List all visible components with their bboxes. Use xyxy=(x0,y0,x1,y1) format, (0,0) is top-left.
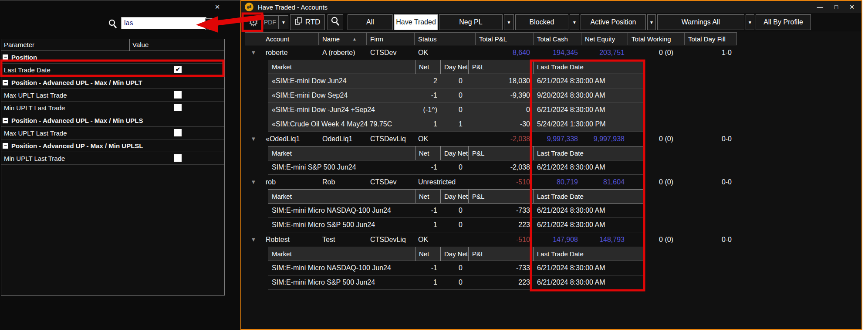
header-cell-total-working[interactable]: Total Working xyxy=(628,32,685,45)
position-row[interactable]: SIM:E-mini Micro NASDAQ-100 Jun24-10-733… xyxy=(245,261,737,275)
filter-dropdown-icon[interactable]: ▼ xyxy=(504,14,514,30)
last-trade-date-cell: 6/21/2024 8:30:00 AM xyxy=(534,275,644,290)
account-row[interactable]: ▼«OdedLiq1OdedLiq1CTSDevLiqOK-2,0389,997… xyxy=(245,132,737,146)
header-cell-total-p-l[interactable]: Total P&L xyxy=(476,32,534,45)
sub-header-p-l[interactable]: P&L xyxy=(469,247,534,261)
last-trade-date-cell: 6/21/2024 8:30:00 AM xyxy=(534,160,644,175)
sub-header-last-trade-date[interactable]: Last Trade Date xyxy=(534,60,644,74)
sub-header-p-l[interactable]: P&L xyxy=(469,189,534,204)
header-cell-account[interactable]: Account xyxy=(262,32,319,45)
account-row[interactable]: ▼RobtestTestCTSDevLiqOK-510147,908148,79… xyxy=(245,232,737,247)
position-row[interactable]: «SIM:E-mini Dow -Jun24 +Sep24(-1^)006/21… xyxy=(245,103,737,117)
column-header-parameter[interactable]: Parameter xyxy=(1,39,130,51)
collapse-icon[interactable]: − xyxy=(3,54,8,60)
parameter-row[interactable]: Max UPLT Last Trade xyxy=(1,89,224,102)
pl-cell: -30 xyxy=(469,117,534,132)
total-working-cell: 0 (0) xyxy=(628,132,685,146)
collapse-icon[interactable]: − xyxy=(3,80,8,85)
indent-spacer xyxy=(245,189,268,204)
account-row[interactable]: ▼roberteA (roberte)CTSDevOK8,640194,3452… xyxy=(245,45,737,60)
accounts-header-row: AccountName▲FirmStatusTotal P&LTotal Cas… xyxy=(245,32,737,45)
position-row[interactable]: SIM:E-mini Micro S&P 500 Jun24102236/21/… xyxy=(245,218,737,232)
close-icon[interactable]: ✕ xyxy=(849,3,854,10)
sub-header-last-trade-date[interactable]: Last Trade Date xyxy=(534,247,644,261)
maximize-icon[interactable]: □ xyxy=(834,3,838,10)
collapse-icon[interactable]: − xyxy=(3,118,8,123)
sub-header-last-trade-date[interactable]: Last Trade Date xyxy=(534,189,644,204)
filter-all-by-profile[interactable]: All By Profile xyxy=(756,14,811,30)
expander-icon[interactable]: ▼ xyxy=(245,132,262,146)
minimize-icon[interactable]: — xyxy=(817,3,823,10)
position-row[interactable]: «SIM:E-mini Dow Sep24-10-9,3909/20/2024 … xyxy=(245,88,737,103)
header-cell-total-cash[interactable]: Total Cash xyxy=(534,32,581,45)
position-row[interactable]: SIM:E-mini Micro S&P 500 Jun24102236/21/… xyxy=(245,275,737,290)
close-icon[interactable]: × xyxy=(212,1,223,13)
total-cash-cell: 194,345 xyxy=(534,45,581,60)
filter-dropdown-icon[interactable]: ▼ xyxy=(647,14,656,30)
rtd-copy-button[interactable]: RTD xyxy=(290,14,325,30)
sub-header-market[interactable]: Market xyxy=(268,189,415,204)
expander-icon[interactable]: ▼ xyxy=(245,175,262,189)
sub-header-market[interactable]: Market xyxy=(268,146,415,160)
sub-header-net[interactable]: Net xyxy=(415,247,441,261)
sub-header-day-net[interactable]: Day Net xyxy=(441,247,469,261)
sub-header-p-l[interactable]: P&L xyxy=(469,60,534,74)
pdf-dropdown-icon[interactable]: ▼ xyxy=(279,15,288,29)
parameter-search-input[interactable] xyxy=(121,17,206,29)
clear-search-button[interactable]: x xyxy=(205,18,215,30)
sub-header-day-net[interactable]: Day Net xyxy=(441,146,469,160)
sub-header-net[interactable]: Net xyxy=(415,60,441,74)
position-row[interactable]: SIM:E-mini S&P 500 Jun24-10-2,0386/21/20… xyxy=(245,160,737,175)
filter-warnings-all[interactable]: Warnings All xyxy=(657,14,744,30)
sub-header-market[interactable]: Market xyxy=(268,247,415,261)
filter-neg-pl[interactable]: Neg PL xyxy=(439,14,503,30)
header-cell-status[interactable]: Status xyxy=(415,32,476,45)
search-button[interactable] xyxy=(328,14,343,30)
sub-header-p-l[interactable]: P&L xyxy=(469,146,534,160)
collapse-icon[interactable]: − xyxy=(3,143,8,149)
parameter-row[interactable]: Min UPLT Last Trade xyxy=(1,152,224,165)
expander-icon[interactable]: ▼ xyxy=(245,232,262,247)
parameter-checkbox[interactable] xyxy=(174,129,182,136)
parameter-checkbox[interactable] xyxy=(174,91,182,99)
filter-dropdown-icon[interactable]: ▼ xyxy=(570,14,579,30)
sub-header-net[interactable]: Net xyxy=(415,146,441,160)
parameter-row[interactable]: Min UPLT Last Trade xyxy=(1,102,224,114)
total-day-fill-cell: 0-0 xyxy=(685,232,737,247)
account-row[interactable]: ▼robRobCTSDevUnrestricted-51080,71981,60… xyxy=(245,175,737,189)
filter-active-position[interactable]: Active Position xyxy=(581,14,646,30)
parameter-row[interactable]: Max UPLT Last Trade xyxy=(1,127,224,139)
sub-header-market[interactable]: Market xyxy=(268,60,415,74)
parameter-group-row[interactable]: −Position - Advanced UPL - Max / Min UPL… xyxy=(1,76,224,89)
position-row[interactable]: «SIM:Crude Oil Week 4 May24 79.75C11-305… xyxy=(245,117,737,132)
filter-have-traded[interactable]: Have Traded xyxy=(394,14,438,30)
sub-header-net[interactable]: Net xyxy=(415,189,441,204)
position-row[interactable]: «SIM:E-mini Dow Jun242018,0306/21/2024 8… xyxy=(245,74,737,88)
parameter-checkbox[interactable] xyxy=(174,104,182,111)
sub-header-day-net[interactable]: Day Net xyxy=(441,60,469,74)
header-cell-firm[interactable]: Firm xyxy=(367,32,415,45)
sub-header-last-trade-date[interactable]: Last Trade Date xyxy=(534,146,644,160)
parameter-group-row[interactable]: −Position - Advanced UPL - Max / Min UPL… xyxy=(1,114,224,127)
filter-blocked[interactable]: Blocked xyxy=(515,14,568,30)
settings-gear-button[interactable]: ⚙ xyxy=(247,14,260,31)
position-row[interactable]: SIM:E-mini Micro NASDAQ-100 Jun24-10-733… xyxy=(245,204,737,218)
header-cell-name[interactable]: Name▲ xyxy=(319,32,367,45)
parameter-group-row[interactable]: −Position - Advanced UP - Max / Min UPLS… xyxy=(1,139,224,152)
expander-icon[interactable]: ▼ xyxy=(245,45,262,60)
parameter-row[interactable]: Last Trade Date✔ xyxy=(1,64,224,76)
sub-header-day-net[interactable]: Day Net xyxy=(441,189,469,204)
header-cell-net-equity[interactable]: Net Equity xyxy=(581,32,628,45)
column-header-value[interactable]: Value xyxy=(130,39,224,51)
parameter-label: Max UPLT Last Trade xyxy=(1,129,67,137)
filter-dropdown-icon[interactable]: ▼ xyxy=(746,14,754,30)
parameter-checkbox[interactable]: ✔ xyxy=(174,66,182,73)
day-net-cell: 1 xyxy=(441,117,469,132)
firm-cell: CTSDev xyxy=(367,175,415,189)
header-cell-total-day-fill[interactable]: Total Day Fill xyxy=(685,32,737,45)
account-cell: «OdedLiq1 xyxy=(262,132,319,146)
parameter-checkbox[interactable] xyxy=(174,154,182,162)
parameter-group-row[interactable]: −Position xyxy=(1,51,224,64)
filter-all[interactable]: All xyxy=(348,14,393,30)
pdf-export-button[interactable]: PDF xyxy=(261,15,279,29)
